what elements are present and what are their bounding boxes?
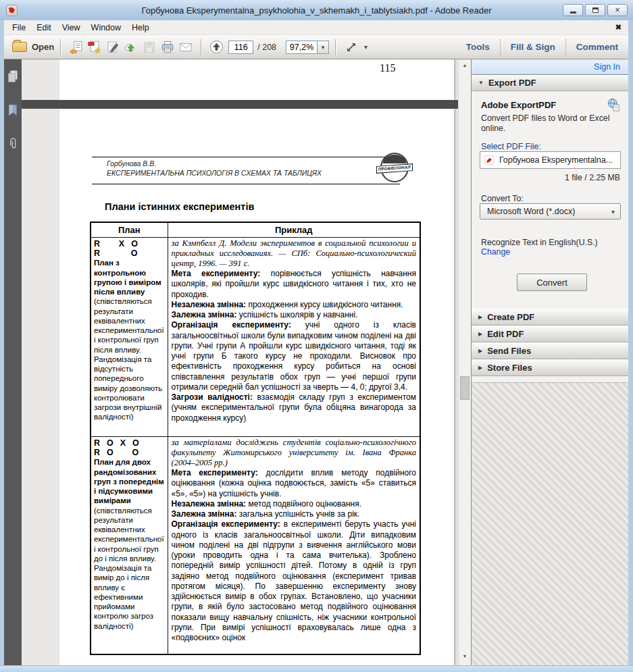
email-button[interactable] <box>176 38 195 56</box>
page-total-label: / 208 <box>257 43 276 52</box>
recognize-text-label: Recognize Text in English(U.S.) <box>481 238 598 247</box>
email-icon <box>178 40 193 55</box>
column-header-plan: План <box>91 222 168 237</box>
minimize-icon <box>570 11 576 14</box>
change-link[interactable]: Change <box>481 247 510 257</box>
menu-edit[interactable]: Edit <box>31 22 57 34</box>
citation: за матеріалами досліджень студентів соці… <box>172 438 417 469</box>
fit-window-button[interactable] <box>342 38 360 56</box>
upload-cloud-icon <box>124 40 138 55</box>
toolbar-overflow-icon[interactable]: ▾ <box>364 43 368 51</box>
upload-cloud-button[interactable] <box>122 38 140 56</box>
plan-note: (співствляються результати еквівалентних… <box>94 297 164 421</box>
panel-empty-hatch <box>472 382 628 665</box>
plan-note: (співствляються результати еквівалентних… <box>94 507 164 630</box>
close-icon: × <box>615 6 619 14</box>
main-area: 115 Горбунова В.В. ЕКСПЕРИМЕНТАЛЬНА ПСИХ… <box>4 59 628 665</box>
selected-file-name: Горбунова Eksperymentalna... <box>499 155 613 165</box>
menu-file[interactable]: File <box>7 22 31 34</box>
fill-sign-tab[interactable]: Fill & Sign <box>501 42 565 52</box>
header-rule <box>92 157 400 157</box>
edit-pdf-section-header[interactable]: ▶ Edit PDF <box>472 326 628 342</box>
previous-page-number: 115 <box>380 62 395 74</box>
convert-button[interactable]: Convert <box>517 274 587 291</box>
send-files-section-header[interactable]: ▶ Send Files <box>472 342 628 359</box>
tools-tab[interactable]: Tools <box>456 42 500 52</box>
selected-file-box[interactable]: Горбунова Eksperymentalna... <box>480 151 621 169</box>
toolbar-separator <box>60 39 61 55</box>
comment-tab[interactable]: Comment <box>566 42 628 52</box>
page-number-input[interactable] <box>228 41 253 54</box>
chevron-down-icon: ▾ <box>322 44 325 51</box>
zoom-level-input[interactable] <box>286 41 317 54</box>
previous-view-button[interactable] <box>207 38 226 56</box>
example-paragraph: Незалежна змінна: метод подвійного оціню… <box>172 499 417 509</box>
window-bottom-frame <box>0 665 633 672</box>
online-service-globe-icon <box>607 98 620 111</box>
example-paragraph: Мета експерименту: дослідити вплив метод… <box>172 468 417 499</box>
print-button[interactable] <box>158 38 176 56</box>
toolbar: Open <box>4 35 628 59</box>
menu-window[interactable]: Window <box>86 22 126 34</box>
export-description: Convert PDF files to Word or Excel onlin… <box>481 113 613 134</box>
page-up-icon <box>209 39 224 55</box>
sign-document-button[interactable] <box>103 38 122 56</box>
create-pdf-label: Create PDF <box>487 312 534 322</box>
chevron-down-icon: ▾ <box>611 208 615 215</box>
export-pdf-section-header[interactable]: ▼ Export PDF <box>472 74 628 91</box>
citation: за Кэмпбелл Д. Модели экспериментов в со… <box>172 238 417 269</box>
example-cell-2: за матеріалами досліджень студентів соці… <box>168 436 420 654</box>
close-button[interactable]: × <box>607 4 628 16</box>
example-paragraph: Загрози валідності: взаємодія складу гру… <box>172 392 417 423</box>
scrollbar-thumb[interactable] <box>460 376 470 400</box>
header-rule <box>92 184 400 184</box>
menubar: File Edit View Window Help ✖ <box>4 20 628 35</box>
close-document-icon[interactable]: ✖ <box>615 23 622 32</box>
convert-format-value: Microsoft Word (*.docx) <box>487 207 575 216</box>
minimize-button[interactable] <box>563 4 583 16</box>
create-pdf-button[interactable] <box>85 38 103 56</box>
sign-in-link[interactable]: Sign In <box>594 62 620 72</box>
export-file-button[interactable] <box>67 38 85 56</box>
send-files-label: Send Files <box>487 346 531 356</box>
resize-arrows-icon <box>344 40 359 55</box>
triangle-right-icon: ▶ <box>478 331 482 337</box>
print-icon <box>160 40 175 55</box>
restore-button[interactable] <box>585 4 605 16</box>
scroll-down-button[interactable]: ▼ <box>459 650 471 661</box>
save-button[interactable] <box>140 38 158 56</box>
pdf-file-icon <box>484 155 495 165</box>
vertical-scrollbar[interactable]: ▲ ▼ <box>458 59 471 665</box>
table-title: Плани істинних експериментів <box>105 201 254 212</box>
create-pdf-section-header[interactable]: ▶ Create PDF <box>472 309 628 326</box>
menu-help[interactable]: Help <box>126 22 155 34</box>
plan-name: План з контрольною групою і виміром післ… <box>94 259 161 296</box>
convert-to-label: Convert To: <box>481 194 524 203</box>
page-header-booktitle: ЕКСПЕРИМЕНТАЛЬНА ПСИХОЛОГІЯ В СХЕМАХ ТА … <box>107 169 322 177</box>
column-header-example: Приклад <box>168 222 420 237</box>
scroll-down-icon: ▼ <box>463 654 467 658</box>
page-header-author: Горбунова В.В. <box>107 159 156 167</box>
attachments-paperclip-icon[interactable] <box>5 136 20 151</box>
convert-format-dropdown[interactable]: Microsoft Word (*.docx) ▾ <box>480 203 621 219</box>
zoom-dropdown-button[interactable]: ▾ <box>317 41 329 54</box>
toolbar-separator <box>335 39 336 55</box>
triangle-right-icon: ▶ <box>478 365 482 371</box>
page-thumbnails-icon[interactable] <box>5 69 20 84</box>
plan-cell-1: R X O R O План з контрольною групою і ви… <box>91 237 168 436</box>
plan-name: План для двох рандомізованих груп з попе… <box>94 458 164 505</box>
signin-bar: Sign In <box>472 59 628 74</box>
table-row: R X O R O План з контрольною групою і ви… <box>91 237 420 436</box>
bookmarks-icon[interactable] <box>5 103 20 118</box>
open-button[interactable]: Open <box>12 42 54 52</box>
experiment-plans-table: План Приклад R X O R O План з контрольно… <box>90 222 421 655</box>
adobe-reader-window: Горбунова Eksperymentalna_psykholohia_v_… <box>0 0 633 672</box>
create-pdf-icon <box>87 40 102 55</box>
publisher-stamp: ПРОФЕСІОНАЛ <box>377 152 412 184</box>
store-files-section-header[interactable]: ▶ Store Files <box>472 359 628 376</box>
menu-view[interactable]: View <box>57 22 86 34</box>
scroll-up-button[interactable]: ▲ <box>459 59 471 70</box>
document-viewport[interactable]: 115 Горбунова В.В. ЕКСПЕРИМЕНТАЛЬНА ПСИХ… <box>22 59 458 665</box>
previous-page: 115 <box>59 59 454 100</box>
navigation-rail <box>4 59 22 665</box>
